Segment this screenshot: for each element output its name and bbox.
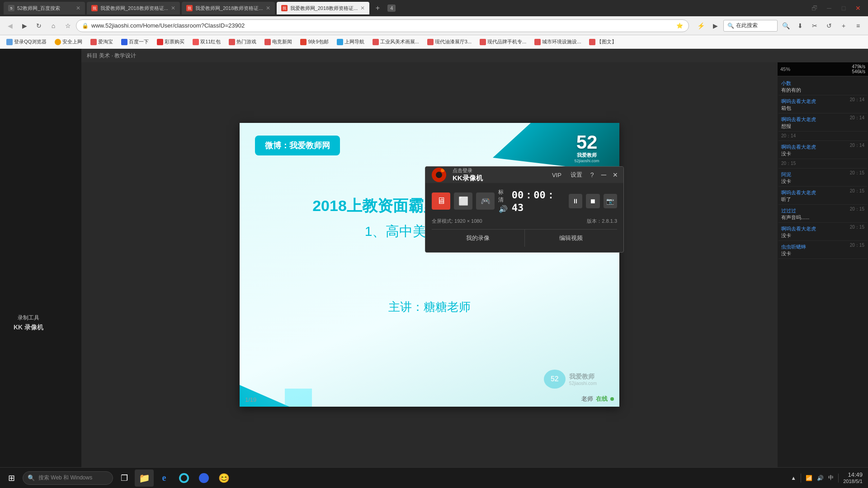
kk-min-button[interactable]: ─ <box>601 171 606 179</box>
nav-forward2-icon[interactable]: ▶ <box>709 19 722 32</box>
zoom-icon[interactable]: 🔍 <box>779 19 792 32</box>
tab-1[interactable]: 5 52教师网_百度搜索 ✕ <box>4 2 85 14</box>
chat-user-10[interactable]: 虫虫听蟋蟀 <box>781 244 806 249</box>
chat-user-0[interactable]: 小数 <box>781 80 791 86</box>
chat-time-10: 20：15 <box>850 242 864 249</box>
add-nav-icon[interactable]: + <box>837 19 850 32</box>
taskbar-clock[interactable]: 14:49 2018/5/1 <box>843 471 863 484</box>
bookmark-nav-label: 上网导航 <box>344 38 364 45</box>
home-button[interactable]: ⌂ <box>47 19 60 32</box>
kk-settings-label[interactable]: 设置 <box>571 171 582 179</box>
bookmark-art-label: 工业风美术画展... <box>380 38 419 45</box>
window-close-button[interactable]: ✕ <box>852 2 864 14</box>
page-topbar: 科目 美术 · 教学设计 <box>81 49 868 62</box>
chat-text-0: 有的有的 <box>781 87 864 94</box>
bookmark-baidu[interactable]: 百度一下 <box>118 38 151 46</box>
slide-teacher-status: 老师 在线 <box>581 395 614 403</box>
browser-search-box[interactable]: 🔍 在此搜索 <box>723 20 778 32</box>
taskbar-app-6[interactable]: 😊 <box>214 469 233 487</box>
tab-2-close[interactable]: ✕ <box>171 5 175 11</box>
bookmark-paint[interactable]: 现代油漆展厅3... <box>425 38 474 46</box>
taskbar-up-arrow[interactable]: ▲ <box>791 475 796 481</box>
kk-close-button[interactable]: ✕ <box>613 171 618 178</box>
minimize-button[interactable]: ─ <box>823 2 835 14</box>
chat-user-2[interactable]: 啊呜去看大老虎 <box>781 117 816 122</box>
bookmark-esports[interactable]: 电竞新闻 <box>262 38 295 46</box>
chat-user-6[interactable]: 阿泥 <box>781 172 791 177</box>
bookmark-lottery[interactable]: 彩票购买 <box>154 38 187 46</box>
new-tab-button[interactable]: + <box>371 2 384 14</box>
ime-icon[interactable]: 中 <box>828 474 834 482</box>
bookmark-button[interactable]: ☆ <box>61 19 74 32</box>
chat-user-7[interactable]: 啊呜去看大老虎 <box>781 190 816 195</box>
forward-button[interactable]: ▶ <box>18 19 31 32</box>
tab-4[interactable]: 我 我爱教师网_2018教师资格证... ✕ <box>277 2 370 14</box>
bookmark-9kuai[interactable]: 9块9包邮 <box>297 38 331 46</box>
tab-1-close[interactable]: ✕ <box>76 5 80 11</box>
kk-desktop-mode-btn[interactable]: 🖥 <box>432 192 450 210</box>
kk-screenshot-button[interactable]: 📷 <box>604 194 617 208</box>
taskbar-app-browser2[interactable] <box>194 469 213 487</box>
bookmark-baidu-label: 百度一下 <box>129 38 149 45</box>
back-button[interactable]: ◀ <box>4 19 16 32</box>
bookmark-img[interactable]: 【图文】 <box>586 38 619 46</box>
tab-4-label: 我爱教师网_2018教师资格证... <box>290 5 358 12</box>
refresh-button[interactable]: ↻ <box>33 19 45 32</box>
bookmark-qq[interactable]: 登录QQ浏览器 <box>4 38 49 46</box>
slide-watermark: 52 我爱教师 52jiaoshi.com <box>544 370 597 389</box>
bookmark-taobao[interactable]: 爱淘宝 <box>88 38 116 46</box>
chat-user-1[interactable]: 啊呜去看大老虎 <box>781 99 816 104</box>
taskbar-app-browser1[interactable] <box>175 469 193 487</box>
tab-2-label: 我爱教师网_2018教师资格证... <box>100 5 168 12</box>
bookmark-games[interactable]: 热门游戏 <box>226 38 259 46</box>
bookmark-phone[interactable]: 现代品牌手机专... <box>477 38 529 46</box>
download-icon[interactable]: ⬇ <box>794 19 807 32</box>
kk-edit-video-btn[interactable]: 编辑视频 <box>525 230 618 247</box>
kk-stop-button[interactable]: ⏹ <box>586 194 599 208</box>
tab-counter: 4 <box>387 5 396 12</box>
volume-icon[interactable]: 🔊 <box>817 475 824 481</box>
tab-3-close[interactable]: ✕ <box>266 5 270 11</box>
bookmark-sale[interactable]: 双11红包 <box>190 38 223 46</box>
kk-my-recordings-btn[interactable]: 我的录像 <box>432 230 524 247</box>
kk-quality-area: 标清 🔊 <box>498 188 508 213</box>
start-button[interactable]: ⊞ <box>2 469 21 487</box>
restore-button[interactable]: 🗗 <box>808 2 821 14</box>
taskbar-search-box[interactable]: 🔍 搜索 Web 和 Windows <box>23 471 113 485</box>
network-icon[interactable]: 📶 <box>806 475 812 481</box>
tab-3[interactable]: 我 我爱教师网_2018教师资格证... ✕ <box>182 2 275 14</box>
bookmark-art[interactable]: 工业风美术画展... <box>370 38 422 46</box>
undo-icon[interactable]: ↺ <box>823 19 835 32</box>
kk-pause-button[interactable]: ⏸ <box>569 194 582 208</box>
taskbar-app-taskview[interactable]: ❐ <box>115 469 134 487</box>
tab-4-favicon: 我 <box>281 5 288 11</box>
cut-icon[interactable]: ✂ <box>808 19 821 32</box>
bookmark-taobao-label: 爱淘宝 <box>98 38 113 45</box>
bookmark-phone-label: 现代品牌手机专... <box>487 38 526 45</box>
tab-4-close[interactable]: ✕ <box>360 5 365 11</box>
slide-teacher-online: 在线 <box>596 395 608 403</box>
taskbar-app-explorer[interactable]: 📁 <box>135 469 154 487</box>
slide-wm-name: 我爱教师 <box>569 373 597 381</box>
bookmark-safe[interactable]: 安全上网 <box>52 38 85 46</box>
kk-window-mode-btn[interactable]: ⬜ <box>454 192 472 210</box>
bookmark-nav[interactable]: 上网导航 <box>334 38 367 46</box>
chat-time-5: 20：15 <box>781 160 796 167</box>
chat-user-4[interactable]: 啊呜去看大老虎 <box>781 144 816 150</box>
bookmark-city[interactable]: 城市环境设施设... <box>532 38 584 46</box>
kk-help-label[interactable]: ? <box>590 171 594 178</box>
taskbar-app-edge[interactable]: e <box>155 469 174 487</box>
menu-icon[interactable]: ≡ <box>852 19 864 32</box>
kk-login-prompt[interactable]: 点击登录 <box>453 167 483 174</box>
kk-gamepad-mode-btn[interactable]: 🎮 <box>476 192 495 210</box>
chat-user-8[interactable]: 过过过 <box>781 208 796 213</box>
chat-user-9[interactable]: 啊呜去看大老虎 <box>781 226 816 231</box>
maximize-button[interactable]: □ <box>837 2 850 14</box>
kk-vip-label[interactable]: VIP <box>552 172 561 178</box>
tab-3-favicon: 我 <box>186 5 193 11</box>
address-bar[interactable]: 🔒 www.52jiaoshi.com/Home/User/classroom?… <box>76 19 689 32</box>
lightning-icon[interactable]: ⚡ <box>694 19 707 32</box>
tab-2[interactable]: 我 我爱教师网_2018教师资格证... ✕ <box>87 2 180 14</box>
slide-presenter: 主讲：糖糖老师 <box>240 299 619 315</box>
app6-icon: 😊 <box>218 473 230 483</box>
